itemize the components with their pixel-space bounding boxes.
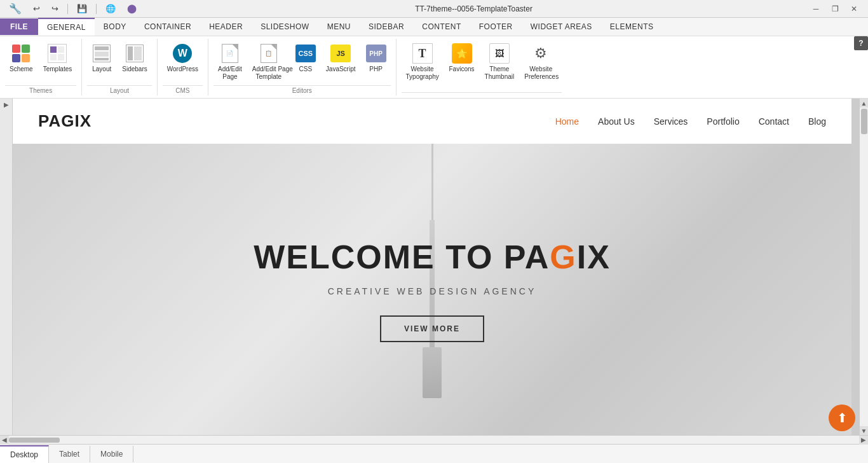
help-button[interactable]: ?: [854, 36, 868, 50]
tab-general[interactable]: GENERAL: [38, 18, 95, 36]
restore-btn[interactable]: ❐: [826, 3, 844, 15]
nav-portfolio[interactable]: Portfolio: [707, 116, 739, 127]
tower-base: [423, 347, 442, 398]
bottom-tabs: Desktop Tablet Mobile: [0, 444, 868, 463]
hero-title-prefix: WELCOME TO PA: [254, 238, 550, 275]
canvas-toggle[interactable]: ▶: [0, 99, 13, 435]
css-label: CSS: [299, 66, 313, 73]
layout-items: Layout Sidebars: [87, 40, 151, 84]
tab-mobile[interactable]: Mobile: [90, 446, 133, 462]
hero-title-suffix: IX: [577, 238, 611, 275]
editors-items: 📄 Add/EditPage 📋 Add/Edit PageTemplate C…: [214, 40, 391, 84]
tab-content[interactable]: CONTENT: [413, 18, 470, 35]
scheme-btn[interactable]: Scheme: [5, 40, 37, 76]
hero-title-highlight: G: [550, 238, 576, 275]
ribbon-group-themes: Scheme Templates Themes: [0, 39, 82, 95]
system-icon[interactable]: 🔧: [5, 1, 25, 17]
site-logo: PAGIX: [38, 111, 92, 131]
website-canvas: PAGIX Home About Us Services Portfolio C…: [13, 99, 851, 435]
scroll-up-btn[interactable]: ⬆: [829, 404, 855, 431]
undo-btn[interactable]: ↩: [29, 2, 44, 15]
nav-contact[interactable]: Contact: [759, 116, 789, 127]
nav-about[interactable]: About Us: [598, 116, 635, 127]
view-more-btn[interactable]: VIEW MORE: [380, 315, 484, 342]
scheme-icon: [11, 43, 31, 64]
themes-group-label: Themes: [5, 85, 76, 94]
ribbon-group-layout: Layout Sidebars Layout: [82, 39, 157, 95]
javascript-icon: JS: [330, 43, 351, 64]
css-btn[interactable]: CSS CSS: [291, 40, 320, 76]
tab-file[interactable]: FILE: [0, 18, 38, 35]
website-typography-btn[interactable]: T WebsiteTypography: [402, 40, 444, 84]
tab-header[interactable]: HEADER: [200, 18, 252, 35]
redo-btn[interactable]: ↪: [48, 2, 62, 15]
tab-tablet[interactable]: Tablet: [49, 446, 90, 462]
tab-menu[interactable]: MENU: [318, 18, 360, 35]
tab-sidebar[interactable]: SIDEBAR: [360, 18, 413, 35]
site-nav: Home About Us Services Portfolio Contact…: [555, 116, 826, 127]
preferences-icon: ⚙: [531, 43, 551, 64]
hscroll-track[interactable]: [9, 437, 859, 443]
thumbnail-icon: 🖼: [489, 43, 510, 64]
window-controls: ─ ❐ ✕: [807, 3, 863, 15]
scroll-down-arrow[interactable]: ▼: [860, 426, 868, 435]
add-edit-page-icon: 📄: [220, 43, 240, 64]
nav-services[interactable]: Services: [654, 116, 688, 127]
tab-elements[interactable]: ELEMENTS: [601, 18, 663, 35]
sidebars-btn[interactable]: Sidebars: [118, 40, 151, 76]
ribbon-group-editors: 📄 Add/EditPage 📋 Add/Edit PageTemplate C…: [208, 39, 397, 95]
tab-desktop[interactable]: Desktop: [0, 445, 49, 463]
minimize-btn[interactable]: ─: [807, 3, 825, 15]
browser-icon[interactable]: 🌐: [102, 2, 119, 15]
templates-btn[interactable]: Templates: [39, 40, 77, 76]
javascript-btn[interactable]: JS JavaScript: [322, 40, 360, 76]
app-layout: 🔧 ↩ ↪ 💾 🌐 ⬤ TT-7theme--0056-TemplateToas…: [0, 0, 868, 463]
sep2: [96, 4, 97, 14]
hero-subtitle: CREATIVE WEB DESIGN AGENCY: [254, 286, 611, 296]
tab-container[interactable]: CONTAINER: [135, 18, 200, 35]
php-btn[interactable]: PHP PHP: [362, 40, 391, 76]
scroll-thumb: [861, 109, 867, 134]
css-icon: CSS: [295, 43, 316, 64]
layout-group-label: Layout: [87, 85, 151, 94]
hscroll-right-arrow[interactable]: ▶: [859, 436, 868, 445]
cms-items: W WordPress: [163, 40, 203, 84]
templates-label: Templates: [43, 66, 72, 73]
php-icon: PHP: [366, 43, 386, 64]
layout-label: Layout: [92, 66, 111, 73]
website-preferences-btn[interactable]: ⚙ WebsitePreferences: [520, 40, 562, 84]
add-edit-page-template-btn[interactable]: 📋 Add/Edit PageTemplate: [248, 40, 290, 84]
tab-slideshow[interactable]: SLIDESHOW: [252, 18, 318, 35]
add-edit-page-btn[interactable]: 📄 Add/EditPage: [214, 40, 247, 84]
scroll-track[interactable]: [860, 107, 868, 426]
tab-widget-areas[interactable]: WIDGET AREAS: [522, 18, 601, 35]
editors-group-label: Editors: [214, 85, 391, 94]
theme-thumbnail-btn[interactable]: 🖼 ThemeThumbnail: [480, 40, 519, 84]
toggle-icon: ▶: [4, 101, 9, 108]
cms-group-label: CMS: [163, 85, 203, 94]
site-header: PAGIX Home About Us Services Portfolio C…: [13, 99, 851, 144]
hscroll-left-arrow[interactable]: ◀: [0, 436, 9, 445]
tab-footer[interactable]: FOOTER: [470, 18, 522, 35]
nav-blog[interactable]: Blog: [808, 116, 826, 127]
logo-icon[interactable]: ⬤: [123, 2, 140, 15]
nav-home[interactable]: Home: [555, 116, 579, 127]
scroll-up-arrow[interactable]: ▲: [860, 99, 868, 107]
layout-icon: [92, 43, 112, 64]
wordpress-label: WordPress: [167, 66, 198, 73]
themes-items: Scheme Templates: [5, 40, 76, 84]
preferences-label: WebsitePreferences: [524, 66, 557, 81]
tab-body[interactable]: BODY: [95, 18, 135, 35]
favicons-btn[interactable]: ⭐ Favicons: [445, 40, 479, 76]
scrollbar-bottom: ◀ ▶: [0, 435, 868, 444]
canvas-main: PAGIX Home About Us Services Portfolio C…: [13, 99, 859, 435]
save-btn[interactable]: 💾: [73, 2, 91, 15]
ribbon: FILE GENERAL BODY CONTAINER HEADER SLIDE…: [0, 18, 868, 99]
wordpress-btn[interactable]: W WordPress: [163, 40, 203, 76]
add-edit-page-label: Add/EditPage: [218, 66, 242, 81]
templates-icon: [47, 43, 67, 64]
hero-section: WELCOME TO PAGIX CREATIVE WEB DESIGN AGE…: [13, 144, 851, 435]
layout-btn[interactable]: Layout: [87, 40, 116, 76]
close-btn[interactable]: ✕: [845, 3, 863, 15]
sidebars-icon: [125, 43, 145, 64]
